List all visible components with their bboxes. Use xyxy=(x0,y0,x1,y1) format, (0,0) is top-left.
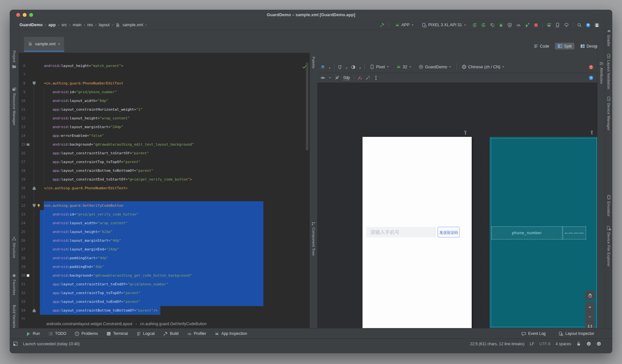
clear-constraints-icon[interactable] xyxy=(357,75,362,80)
code-line-34[interactable]: 34app:layout_constraintBottom_toBottomOf… xyxy=(19,306,309,315)
search-icon[interactable] xyxy=(577,23,582,28)
sidebar-item-favorites[interactable]: Favorites xyxy=(10,273,18,295)
code-line-26[interactable]: 26android:layout_marginStart="4dp" xyxy=(19,236,309,245)
breadcrumb-item-sample-xml[interactable]: sample.xml xyxy=(122,23,143,27)
code-line-22[interactable]: 22<cn.authing.guard.GetVerifyCodeButton xyxy=(19,201,309,210)
code-line-11[interactable]: 11app:layout_constraintHorizontal_weight… xyxy=(19,105,309,114)
code-line-17[interactable]: 17app:layout_constraintTop_toTopOf="pare… xyxy=(19,158,309,166)
send-code-button-preview[interactable]: 发送验证码 xyxy=(438,227,460,237)
close-tab-icon[interactable]: × xyxy=(58,42,60,46)
fold-marker-icon[interactable] xyxy=(33,186,36,190)
lock-open-icon[interactable] xyxy=(576,341,581,346)
toolwindow-logcat[interactable]: Logcat xyxy=(136,331,155,336)
toolwindow-app-inspection[interactable]: App Inspection xyxy=(214,331,247,336)
editor-breadcrumb-item[interactable]: cn.authing.guard.GetVerifyCodeButton xyxy=(140,322,207,326)
toolwindow-todo[interactable]: TODO xyxy=(48,331,66,336)
sidebar-item-resource-manager[interactable]: Resource Manager xyxy=(10,87,18,126)
editor-scrollbar[interactable] xyxy=(306,62,308,150)
sdk-icon[interactable] xyxy=(564,23,569,28)
debug-icon[interactable] xyxy=(499,23,503,28)
toolwindow-terminal[interactable]: Terminal xyxy=(106,331,128,336)
device-selector[interactable]: Pixel xyxy=(368,64,391,70)
sad-feedback-icon[interactable] xyxy=(596,341,601,346)
tab-component-tree[interactable]: Component Tree xyxy=(310,222,317,256)
sidebar-item-device-file-explorer[interactable]: Device File Explorer xyxy=(605,226,612,267)
orientation-icon[interactable] xyxy=(337,65,342,70)
api-selector[interactable]: 32 xyxy=(394,64,414,70)
help-badge[interactable]: ? xyxy=(589,75,593,80)
tab-attributes[interactable]: Attributes xyxy=(598,61,605,84)
mode-code[interactable]: Code xyxy=(531,43,552,50)
locale-selector[interactable]: Chinese (zh / CN) xyxy=(460,64,507,70)
fold-marker-icon[interactable] xyxy=(33,82,36,85)
phone-number-field-preview[interactable]: 请输入手机号 xyxy=(366,227,436,237)
text-cursor-icon[interactable] xyxy=(374,75,378,80)
sidebar-item-project[interactable]: Project xyxy=(10,50,18,69)
editor-breadcrumb-item[interactable]: androidx.constraintlayout.widget.Constra… xyxy=(46,322,132,326)
code-line-16[interactable]: 16app:layout_constraintStart_toStartOf="… xyxy=(19,149,309,158)
code-line-25[interactable]: 25android:layout_height="42dp" xyxy=(19,227,309,236)
code-line-23[interactable]: 23android:id="@+id/get_verify_code_butto… xyxy=(19,210,309,219)
surface-mode-icon[interactable] xyxy=(320,65,325,70)
breadcrumb-item-main[interactable]: main xyxy=(73,23,81,27)
code-line-29[interactable]: 29android:paddingEnd="4dp" xyxy=(19,262,309,271)
code-line-21[interactable]: 21 xyxy=(19,193,309,201)
tab-sample-xml[interactable]: </> sample.xml × xyxy=(24,37,64,52)
apply-code-icon[interactable]: A xyxy=(481,23,486,28)
toolwindow-run[interactable]: Run xyxy=(26,331,40,336)
update-icon[interactable] xyxy=(586,23,591,28)
indent-setting[interactable]: 4 spaces xyxy=(556,342,571,346)
code-line-35[interactable]: 35 xyxy=(19,315,309,320)
code-line-31[interactable]: 31app:layout_constraintStart_toEndOf="@+… xyxy=(19,280,309,289)
sidebar-item-gradle[interactable]: Gradle xyxy=(605,28,612,46)
code-line-19[interactable]: 19app:layout_constraintEnd_toStartOf="@+… xyxy=(19,175,309,184)
design-surface[interactable]: 请输入手机号 发送验证码 phone_number get_verify_cod… xyxy=(317,83,598,328)
code-line-10[interactable]: 10android:layout_width="0dp" xyxy=(19,96,309,105)
gradle-sync-icon[interactable] xyxy=(547,23,551,28)
design-preview-screen[interactable]: 请输入手机号 发送验证码 xyxy=(363,137,472,328)
sidebar-item-emulator[interactable]: Emulator xyxy=(605,195,612,216)
code-line-8[interactable]: 8<cn.authing.guard.PhoneNumberEditText xyxy=(19,79,309,88)
breadcrumb-item-app[interactable]: app xyxy=(49,23,56,27)
toolwindow-layout-inspector[interactable]: Layout Inspector xyxy=(559,331,594,336)
tab-palette[interactable]: Palette xyxy=(310,57,317,69)
toolwindow-profiler[interactable]: Profiler xyxy=(187,331,206,336)
toolwindow-build[interactable]: Build xyxy=(163,331,179,336)
intention-bulb-icon[interactable] xyxy=(37,204,41,208)
pan-button[interactable] xyxy=(585,291,595,300)
shield-play-icon[interactable] xyxy=(507,23,512,28)
issues-badge[interactable] xyxy=(589,65,593,70)
breadcrumb-item-layout[interactable]: layout xyxy=(99,23,109,27)
code-line-18[interactable]: 18app:layout_constraintBottom_toBottomOf… xyxy=(19,166,309,175)
code-line-13[interactable]: 13android:layout_marginStart="24dp" xyxy=(19,123,309,131)
zoom-out-button[interactable]: − xyxy=(585,312,595,322)
breadcrumb-item-res[interactable]: res xyxy=(87,23,93,27)
code-editor[interactable]: 6android:layout_height="match_parent">78… xyxy=(19,53,309,320)
file-encoding[interactable]: UTF-8 xyxy=(539,342,550,346)
code-line-20[interactable]: 20</cn.authing.guard.PhoneNumberEditText… xyxy=(19,184,309,193)
code-line-12[interactable]: 12android:layout_height="wrap_content" xyxy=(19,114,309,123)
blueprint-preview-screen[interactable]: phone_number get_verify_code_button xyxy=(490,137,598,328)
mode-split[interactable]: Split xyxy=(555,43,574,50)
caret-position[interactable]: 22:5 (611 chars, 12 line breaks) xyxy=(470,342,524,346)
view-options-icon[interactable] xyxy=(320,75,325,80)
restart-icon[interactable] xyxy=(472,23,477,28)
sidebar-item-structure[interactable]: Structure xyxy=(10,236,18,258)
tool-windows-toggle-icon[interactable] xyxy=(13,341,18,346)
list-arrow-icon[interactable] xyxy=(490,23,495,28)
theme-selector[interactable]: GuardDemo xyxy=(417,64,454,70)
code-line-6[interactable]: 6android:layout_height="match_parent"> xyxy=(19,61,309,70)
device-manager-icon[interactable] xyxy=(555,23,560,28)
stop-icon[interactable] xyxy=(534,23,538,28)
sidebar-item-layout-validation[interactable]: Layout Validation xyxy=(605,54,612,89)
gutter-image-gut-icon[interactable] xyxy=(26,142,30,147)
code-line-32[interactable]: 32app:layout_constraintTop_toTopOf="pare… xyxy=(19,289,309,297)
gutter-swatch-icon[interactable] xyxy=(26,273,30,278)
line-ending[interactable]: LF xyxy=(530,342,534,346)
target-device-select[interactable]: PIXEL 3 XL API 31 xyxy=(420,22,468,28)
breadcrumb-item-src[interactable]: src xyxy=(62,23,67,27)
run-configuration-select[interactable]: APP xyxy=(393,22,416,28)
infer-constraints-icon[interactable] xyxy=(365,75,370,80)
avatar-icon[interactable] xyxy=(594,23,599,28)
autoconnect-off-icon[interactable] xyxy=(335,75,340,80)
